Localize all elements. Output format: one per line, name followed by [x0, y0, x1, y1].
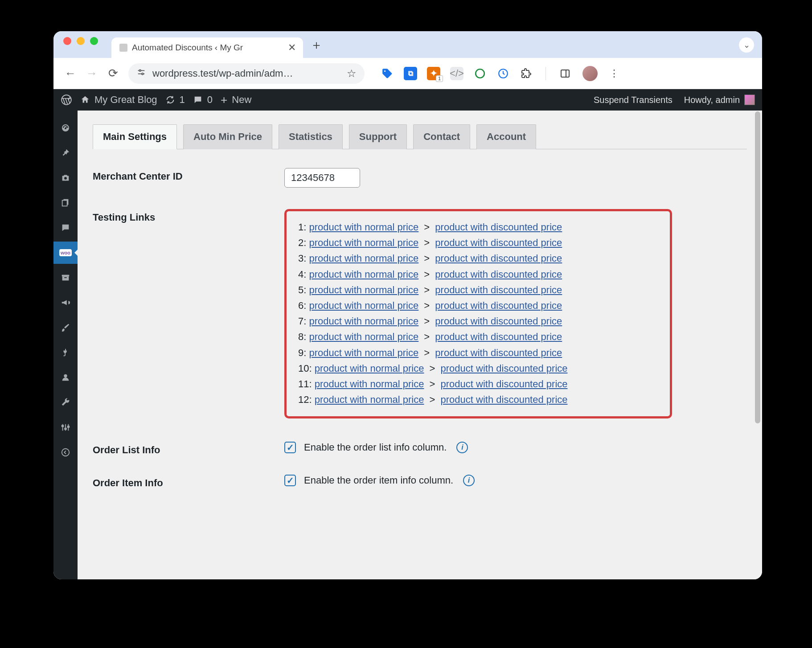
address-bar[interactable]: wordpress.test/wp-admin/adm… ☆	[128, 63, 365, 84]
discounted-price-link[interactable]: product with discounted price	[441, 378, 568, 390]
normal-price-link[interactable]: product with normal price	[309, 269, 418, 280]
new-tab-button[interactable]: ＋	[303, 37, 330, 58]
site-settings-icon[interactable]	[136, 67, 146, 79]
normal-price-link[interactable]: product with normal price	[315, 378, 424, 390]
scrollbar[interactable]	[754, 111, 761, 579]
discounted-price-link[interactable]: product with discounted price	[441, 394, 568, 405]
sidebar-item-marketing[interactable]	[53, 291, 78, 314]
normal-price-link[interactable]: product with normal price	[309, 221, 418, 233]
tab-statistics[interactable]: Statistics	[279, 124, 343, 149]
comments-link[interactable]: 0	[193, 94, 213, 106]
normal-price-link[interactable]: product with normal price	[309, 284, 418, 295]
svg-rect-21	[65, 428, 66, 430]
browser-menu-button[interactable]: ⋮	[607, 67, 621, 80]
normal-price-link[interactable]: product with normal price	[309, 347, 418, 358]
browser-tab[interactable]: Automated Discounts ‹ My Gr ✕	[111, 37, 303, 58]
sidebar-item-comments[interactable]	[53, 217, 78, 239]
bookmark-icon[interactable]: ☆	[347, 67, 357, 80]
tab-main-settings[interactable]: Main Settings	[93, 124, 177, 149]
discounted-price-link[interactable]: product with discounted price	[435, 284, 562, 295]
sidebar-item-plugins[interactable]	[53, 341, 78, 364]
suspend-transients-link[interactable]: Suspend Transients	[594, 95, 673, 105]
svg-point-4	[384, 70, 385, 71]
sidepanel-button[interactable]	[558, 67, 572, 80]
scrollbar-thumb[interactable]	[755, 111, 760, 423]
settings-tabs: Main SettingsAuto Min PriceStatisticsSup…	[93, 124, 747, 149]
inspect-extension-icon[interactable]: </>	[450, 67, 463, 80]
sidebar-item-woocommerce[interactable]: woo	[53, 242, 78, 264]
testing-links-label: Testing Links	[93, 209, 284, 223]
forward-button[interactable]: →	[83, 65, 101, 82]
sidebar-item-media[interactable]	[53, 167, 78, 189]
sidebar-item-collapse[interactable]	[53, 441, 78, 463]
discounted-price-link[interactable]: product with discounted price	[435, 221, 562, 233]
ad-extension-icon[interactable]: ⧉	[404, 67, 417, 80]
wp-logo-icon[interactable]	[61, 94, 72, 106]
extensions-button[interactable]	[520, 67, 533, 80]
new-content-link[interactable]: + New	[221, 93, 251, 107]
testing-links-row: Testing Links 1: product with normal pri…	[93, 194, 747, 425]
browser-tabstrip: Automated Discounts ‹ My Gr ✕ ＋ ⌄	[53, 31, 762, 58]
sidebar-item-settings[interactable]	[53, 416, 78, 439]
sidebar-item-dashboard[interactable]	[53, 117, 78, 139]
normal-price-link[interactable]: product with normal price	[309, 316, 418, 327]
fullscreen-window-button[interactable]	[90, 37, 98, 45]
testing-link-row: 3: product with normal price > product w…	[298, 250, 658, 266]
updates-link[interactable]: 1	[165, 94, 185, 106]
clock-extension-icon[interactable]	[496, 67, 510, 80]
sidebar-item-posts[interactable]	[53, 142, 78, 164]
discounted-price-link[interactable]: product with discounted price	[435, 331, 562, 342]
account-link[interactable]: Howdy, admin	[684, 94, 755, 105]
normal-price-link[interactable]: product with normal price	[309, 331, 418, 342]
normal-price-link[interactable]: product with normal price	[315, 363, 424, 374]
discounted-price-link[interactable]: product with discounted price	[435, 237, 562, 248]
order-list-checkbox[interactable]	[284, 442, 296, 453]
discounted-price-link[interactable]: product with discounted price	[435, 347, 562, 358]
help-icon[interactable]: i	[456, 442, 468, 453]
normal-price-link[interactable]: product with normal price	[309, 300, 418, 311]
tab-account[interactable]: Account	[476, 124, 536, 149]
merchant-id-row: Merchant Center ID	[93, 162, 747, 194]
site-home-link[interactable]: My Great Blog	[80, 94, 157, 106]
help-icon[interactable]: i	[463, 475, 475, 486]
testing-link-row: 5: product with normal price > product w…	[298, 282, 658, 298]
discounted-price-link[interactable]: product with discounted price	[435, 253, 562, 264]
normal-price-link[interactable]: product with normal price	[315, 394, 424, 405]
svg-rect-12	[62, 201, 67, 206]
sidebar-item-products[interactable]	[53, 267, 78, 289]
tab-auto-min-price[interactable]: Auto Min Price	[183, 124, 272, 149]
tab-contact[interactable]: Contact	[413, 124, 470, 149]
reload-button[interactable]: ⟳	[104, 65, 122, 82]
normal-price-link[interactable]: product with normal price	[309, 237, 418, 248]
order-item-checkbox[interactable]	[284, 475, 296, 486]
merchant-id-input[interactable]	[284, 168, 360, 188]
back-button[interactable]: ←	[62, 65, 79, 82]
tag-extension-icon[interactable]	[381, 67, 394, 80]
discounted-price-link[interactable]: product with discounted price	[435, 269, 562, 280]
dev-extension-icon[interactable]: ✦	[427, 67, 440, 80]
discounted-price-link[interactable]: product with discounted price	[435, 300, 562, 311]
discounted-price-link[interactable]: product with discounted price	[435, 316, 562, 327]
sidebar-item-tools[interactable]	[53, 391, 78, 414]
grammarly-extension-icon[interactable]	[473, 67, 487, 80]
testing-link-row: 4: product with normal price > product w…	[298, 267, 658, 282]
new-label: New	[232, 94, 251, 106]
toolbar-separator	[545, 67, 546, 80]
sidebar-item-appearance[interactable]	[53, 316, 78, 339]
normal-price-link[interactable]: product with normal price	[309, 253, 418, 264]
testing-link-row: 7: product with normal price > product w…	[298, 313, 658, 329]
sidebar-item-pages[interactable]	[53, 192, 78, 214]
tab-dropdown-button[interactable]: ⌄	[739, 37, 754, 53]
profile-avatar[interactable]	[582, 66, 598, 81]
discounted-price-link[interactable]: product with discounted price	[441, 363, 568, 374]
sidebar-item-users[interactable]	[53, 366, 78, 389]
svg-rect-15	[64, 277, 67, 278]
testing-link-row: 6: product with normal price > product w…	[298, 298, 658, 313]
close-tab-icon[interactable]: ✕	[288, 42, 296, 53]
testing-link-row: 9: product with normal price > product w…	[298, 345, 658, 361]
tab-support[interactable]: Support	[349, 124, 407, 149]
close-window-button[interactable]	[63, 37, 71, 45]
order-list-checkbox-label: Enable the order list info column.	[304, 442, 447, 453]
wp-content-area: Main SettingsAuto Min PriceStatisticsSup…	[78, 111, 762, 579]
minimize-window-button[interactable]	[77, 37, 85, 45]
